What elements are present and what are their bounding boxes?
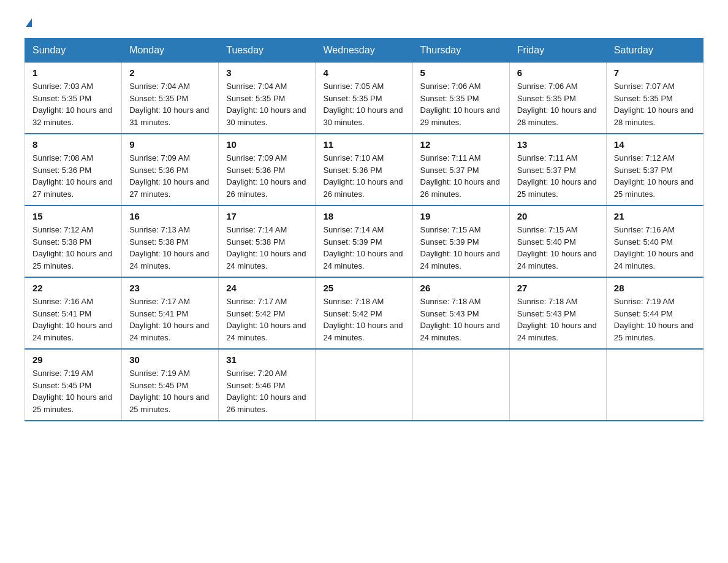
day-info: Sunrise: 7:18 AMSunset: 5:43 PMDaylight:…	[517, 296, 599, 343]
day-number: 21	[614, 211, 696, 221]
calendar-day-cell	[606, 349, 703, 421]
day-info: Sunrise: 7:16 AMSunset: 5:40 PMDaylight:…	[614, 224, 696, 272]
day-info: Sunrise: 7:19 AMSunset: 5:45 PMDaylight:…	[129, 367, 211, 415]
day-info: Sunrise: 7:18 AMSunset: 5:43 PMDaylight:…	[420, 296, 502, 343]
day-number: 15	[32, 211, 114, 221]
day-info: Sunrise: 7:04 AMSunset: 5:35 PMDaylight:…	[129, 80, 211, 128]
day-number: 7	[614, 67, 696, 78]
calendar-day-cell: 16 Sunrise: 7:13 AMSunset: 5:38 PMDaylig…	[122, 205, 219, 277]
calendar-day-cell: 31 Sunrise: 7:20 AMSunset: 5:46 PMDaylig…	[219, 349, 316, 421]
day-number: 11	[323, 139, 404, 150]
day-number: 6	[517, 67, 599, 78]
calendar-day-cell: 25 Sunrise: 7:18 AMSunset: 5:42 PMDaylig…	[316, 277, 412, 349]
day-info: Sunrise: 7:10 AMSunset: 5:36 PMDaylight:…	[323, 152, 404, 200]
logo-blue-part	[26, 18, 32, 26]
day-info: Sunrise: 7:12 AMSunset: 5:38 PMDaylight:…	[32, 224, 114, 272]
day-number: 18	[323, 211, 404, 221]
calendar-day-cell: 7 Sunrise: 7:07 AMSunset: 5:35 PMDayligh…	[606, 63, 703, 134]
calendar-day-cell: 21 Sunrise: 7:16 AMSunset: 5:40 PMDaylig…	[606, 205, 703, 277]
day-number: 31	[226, 354, 308, 365]
header-sunday: Sunday	[25, 39, 122, 63]
calendar-day-cell: 28 Sunrise: 7:19 AMSunset: 5:44 PMDaylig…	[606, 277, 703, 349]
calendar-week-row: 29 Sunrise: 7:19 AMSunset: 5:45 PMDaylig…	[25, 349, 703, 421]
calendar-day-cell: 5 Sunrise: 7:06 AMSunset: 5:35 PMDayligh…	[412, 63, 509, 134]
day-number: 12	[420, 139, 502, 150]
calendar-day-cell: 29 Sunrise: 7:19 AMSunset: 5:45 PMDaylig…	[25, 349, 122, 421]
calendar-week-row: 1 Sunrise: 7:03 AMSunset: 5:35 PMDayligh…	[25, 63, 703, 134]
day-info: Sunrise: 7:06 AMSunset: 5:35 PMDaylight:…	[517, 80, 599, 128]
day-number: 22	[32, 283, 114, 293]
day-number: 3	[226, 67, 308, 78]
day-info: Sunrise: 7:16 AMSunset: 5:41 PMDaylight:…	[32, 296, 114, 343]
calendar-day-cell: 20 Sunrise: 7:15 AMSunset: 5:40 PMDaylig…	[509, 205, 606, 277]
header-thursday: Thursday	[412, 39, 509, 63]
day-number: 14	[614, 139, 696, 150]
header-friday: Friday	[509, 39, 606, 63]
calendar-day-cell: 12 Sunrise: 7:11 AMSunset: 5:37 PMDaylig…	[412, 134, 509, 205]
day-number: 5	[420, 67, 502, 78]
day-number: 10	[226, 139, 308, 150]
calendar-week-row: 8 Sunrise: 7:08 AMSunset: 5:36 PMDayligh…	[25, 134, 703, 205]
day-info: Sunrise: 7:04 AMSunset: 5:35 PMDaylight:…	[226, 80, 308, 128]
day-number: 29	[32, 354, 114, 365]
day-info: Sunrise: 7:18 AMSunset: 5:42 PMDaylight:…	[323, 296, 404, 343]
calendar-table: Sunday Monday Tuesday Wednesday Thursday…	[25, 38, 703, 421]
calendar-day-cell: 26 Sunrise: 7:18 AMSunset: 5:43 PMDaylig…	[412, 277, 509, 349]
day-number: 16	[129, 211, 211, 221]
calendar-day-cell: 17 Sunrise: 7:14 AMSunset: 5:38 PMDaylig…	[219, 205, 316, 277]
day-number: 1	[32, 67, 114, 78]
logo	[25, 18, 32, 26]
day-number: 8	[32, 139, 114, 150]
day-info: Sunrise: 7:11 AMSunset: 5:37 PMDaylight:…	[517, 152, 599, 200]
day-info: Sunrise: 7:13 AMSunset: 5:38 PMDaylight:…	[129, 224, 211, 272]
logo-arrow-icon	[26, 18, 32, 27]
calendar-day-cell: 24 Sunrise: 7:17 AMSunset: 5:42 PMDaylig…	[219, 277, 316, 349]
day-info: Sunrise: 7:17 AMSunset: 5:42 PMDaylight:…	[226, 296, 308, 343]
header-tuesday: Tuesday	[219, 39, 316, 63]
day-number: 2	[129, 67, 211, 78]
day-info: Sunrise: 7:03 AMSunset: 5:35 PMDaylight:…	[32, 80, 114, 128]
day-info: Sunrise: 7:19 AMSunset: 5:45 PMDaylight:…	[32, 367, 114, 415]
calendar-week-row: 22 Sunrise: 7:16 AMSunset: 5:41 PMDaylig…	[25, 277, 703, 349]
day-info: Sunrise: 7:17 AMSunset: 5:41 PMDaylight:…	[129, 296, 211, 343]
calendar-day-cell: 8 Sunrise: 7:08 AMSunset: 5:36 PMDayligh…	[25, 134, 122, 205]
calendar-day-cell: 13 Sunrise: 7:11 AMSunset: 5:37 PMDaylig…	[509, 134, 606, 205]
day-number: 17	[226, 211, 308, 221]
day-info: Sunrise: 7:12 AMSunset: 5:37 PMDaylight:…	[614, 152, 696, 200]
calendar-day-cell: 30 Sunrise: 7:19 AMSunset: 5:45 PMDaylig…	[122, 349, 219, 421]
calendar-day-cell: 11 Sunrise: 7:10 AMSunset: 5:36 PMDaylig…	[316, 134, 412, 205]
calendar-day-cell: 22 Sunrise: 7:16 AMSunset: 5:41 PMDaylig…	[25, 277, 122, 349]
day-number: 26	[420, 283, 502, 293]
day-info: Sunrise: 7:07 AMSunset: 5:35 PMDaylight:…	[614, 80, 696, 128]
calendar-day-cell: 6 Sunrise: 7:06 AMSunset: 5:35 PMDayligh…	[509, 63, 606, 134]
day-number: 19	[420, 211, 502, 221]
header-wednesday: Wednesday	[316, 39, 412, 63]
calendar-week-row: 15 Sunrise: 7:12 AMSunset: 5:38 PMDaylig…	[25, 205, 703, 277]
day-number: 13	[517, 139, 599, 150]
calendar-day-cell	[412, 349, 509, 421]
day-number: 23	[129, 283, 211, 293]
calendar-day-cell: 18 Sunrise: 7:14 AMSunset: 5:39 PMDaylig…	[316, 205, 412, 277]
day-info: Sunrise: 7:05 AMSunset: 5:35 PMDaylight:…	[323, 80, 404, 128]
day-info: Sunrise: 7:14 AMSunset: 5:38 PMDaylight:…	[226, 224, 308, 272]
day-number: 9	[129, 139, 211, 150]
day-info: Sunrise: 7:08 AMSunset: 5:36 PMDaylight:…	[32, 152, 114, 200]
header-monday: Monday	[122, 39, 219, 63]
calendar-day-cell: 2 Sunrise: 7:04 AMSunset: 5:35 PMDayligh…	[122, 63, 219, 134]
day-number: 20	[517, 211, 599, 221]
calendar-body: 1 Sunrise: 7:03 AMSunset: 5:35 PMDayligh…	[25, 63, 703, 421]
day-info: Sunrise: 7:19 AMSunset: 5:44 PMDaylight:…	[614, 296, 696, 343]
day-info: Sunrise: 7:20 AMSunset: 5:46 PMDaylight:…	[226, 367, 308, 415]
calendar-day-cell: 15 Sunrise: 7:12 AMSunset: 5:38 PMDaylig…	[25, 205, 122, 277]
day-number: 30	[129, 354, 211, 365]
calendar-header: Sunday Monday Tuesday Wednesday Thursday…	[25, 39, 703, 63]
day-info: Sunrise: 7:15 AMSunset: 5:40 PMDaylight:…	[517, 224, 599, 272]
calendar-day-cell	[316, 349, 412, 421]
calendar-day-cell: 23 Sunrise: 7:17 AMSunset: 5:41 PMDaylig…	[122, 277, 219, 349]
calendar-day-cell: 27 Sunrise: 7:18 AMSunset: 5:43 PMDaylig…	[509, 277, 606, 349]
day-info: Sunrise: 7:11 AMSunset: 5:37 PMDaylight:…	[420, 152, 502, 200]
day-number: 24	[226, 283, 308, 293]
day-info: Sunrise: 7:15 AMSunset: 5:39 PMDaylight:…	[420, 224, 502, 272]
day-info: Sunrise: 7:06 AMSunset: 5:35 PMDaylight:…	[420, 80, 502, 128]
day-number: 25	[323, 283, 404, 293]
